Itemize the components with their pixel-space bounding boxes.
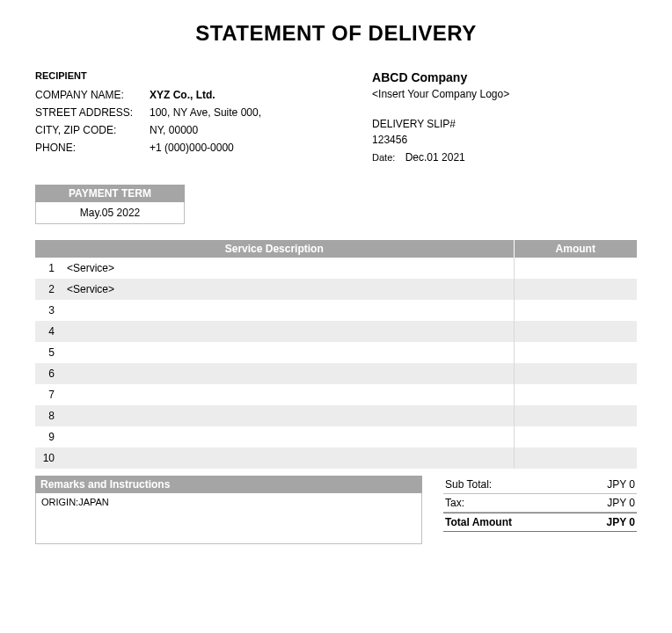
remarks-box: Remarks and Instructions ORIGIN:JAPAN (35, 476, 422, 544)
table-row: 8 (35, 405, 637, 426)
phone-label: PHONE: (35, 139, 150, 156)
row-description: <Service> (62, 258, 514, 279)
payment-term-header: PAYMENT TERM (35, 185, 185, 202)
row-description (62, 384, 514, 405)
row-amount (514, 363, 637, 384)
row-description (62, 300, 514, 321)
sender-block: ABCD Company <Insert Your Company Logo> … (372, 70, 637, 164)
row-number: 5 (35, 342, 62, 363)
row-number: 3 (35, 300, 62, 321)
table-row: 3 (35, 300, 637, 321)
table-row: 4 (35, 321, 637, 342)
row-number: 6 (35, 363, 62, 384)
company-name-value: XYZ Co., Ltd. (150, 86, 348, 104)
service-table: Service Description Amount 1<Service>2<S… (35, 240, 637, 469)
subtotal-label: Sub Total: (445, 478, 492, 491)
table-row: 5 (35, 342, 637, 363)
row-number: 8 (35, 405, 62, 426)
company-name-label: COMPANY NAME: (35, 86, 150, 104)
row-description (62, 447, 514, 469)
table-row: 7 (35, 384, 637, 405)
payment-term-box: PAYMENT TERM May.05 2022 (35, 185, 185, 224)
street-address-label: STREET ADDRESS: (35, 104, 150, 121)
row-amount (514, 279, 637, 300)
row-description (62, 426, 514, 447)
amount-header: Amount (514, 240, 637, 258)
table-row: 9 (35, 426, 637, 447)
row-number: 9 (35, 426, 62, 447)
row-description (62, 342, 514, 363)
row-number: 7 (35, 384, 62, 405)
row-amount (514, 258, 637, 279)
remarks-body: ORIGIN:JAPAN (35, 493, 422, 544)
city-zip-value: NY, 00000 (150, 121, 348, 139)
payment-term-value: May.05 2022 (35, 202, 185, 224)
row-description: <Service> (62, 279, 514, 300)
recipient-block: RECIPIENT COMPANY NAME: XYZ Co., Ltd. ST… (35, 70, 348, 164)
remarks-header: Remarks and Instructions (35, 476, 422, 493)
row-amount (514, 447, 637, 469)
row-description (62, 405, 514, 426)
row-number: 1 (35, 258, 62, 279)
row-description (62, 363, 514, 384)
total-amount-value: JPY 0 (607, 516, 635, 528)
street-address-value: 100, NY Ave, Suite 000, (150, 104, 348, 121)
row-number: 4 (35, 321, 62, 342)
totals-box: Sub Total: JPY 0 Tax: JPY 0 Total Amount… (443, 476, 637, 532)
date-label: Date: (372, 152, 395, 163)
row-amount (514, 426, 637, 447)
tax-label: Tax: (445, 497, 464, 509)
table-row: 1<Service> (35, 258, 637, 279)
logo-placeholder: <Insert Your Company Logo> (372, 88, 637, 100)
row-amount (514, 405, 637, 426)
tax-value: JPY 0 (607, 497, 635, 509)
row-amount (514, 300, 637, 321)
row-amount (514, 342, 637, 363)
date-value: Dec.01 2021 (405, 151, 465, 164)
row-amount (514, 384, 637, 405)
subtotal-value: JPY 0 (607, 478, 635, 491)
table-row: 2<Service> (35, 279, 637, 300)
table-row: 6 (35, 363, 637, 384)
row-number: 10 (35, 447, 62, 469)
sender-company-name: ABCD Company (372, 70, 637, 84)
document-title: STATEMENT OF DELIVERY (35, 21, 637, 46)
phone-value: +1 (000)000-0000 (150, 139, 348, 156)
delivery-slip-label: DELIVERY SLIP# (372, 116, 637, 132)
total-amount-label: Total Amount (445, 516, 512, 528)
city-zip-label: CITY, ZIP CODE: (35, 121, 150, 139)
service-desc-header: Service Description (35, 240, 514, 258)
row-description (62, 321, 514, 342)
delivery-slip-value: 123456 (372, 132, 637, 148)
row-number: 2 (35, 279, 62, 300)
row-amount (514, 321, 637, 342)
recipient-section-label: RECIPIENT (35, 70, 348, 81)
table-row: 10 (35, 447, 637, 469)
